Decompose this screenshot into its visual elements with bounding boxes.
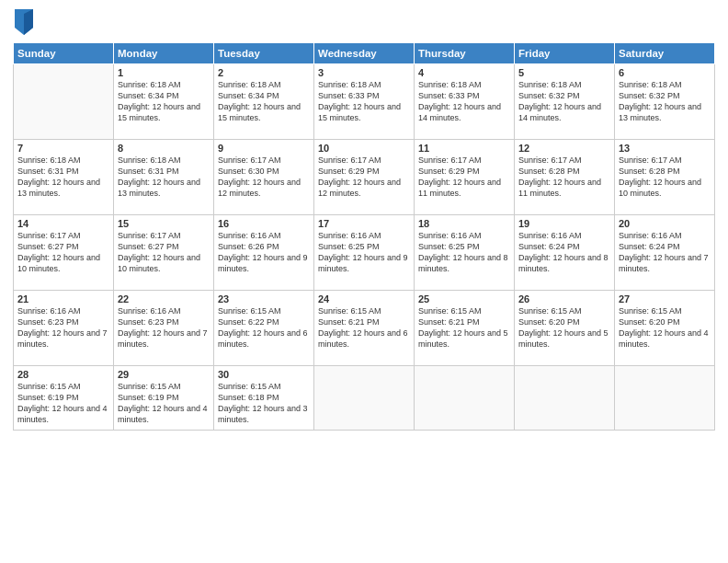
header-row: SundayMondayTuesdayWednesdayThursdayFrid… (14, 43, 715, 64)
day-info: Sunrise: 6:16 AMSunset: 6:25 PMDaylight:… (318, 230, 410, 275)
day-number: 5 (518, 67, 610, 78)
day-number: 26 (518, 293, 610, 304)
calendar-cell: 11Sunrise: 6:17 AMSunset: 6:29 PMDayligh… (415, 140, 515, 215)
header-day-wednesday: Wednesday (314, 43, 415, 64)
calendar-cell: 20Sunrise: 6:16 AMSunset: 6:24 PMDayligh… (615, 215, 715, 291)
calendar-cell (314, 366, 415, 431)
calendar-cell: 23Sunrise: 6:15 AMSunset: 6:22 PMDayligh… (214, 291, 314, 366)
day-number: 3 (318, 67, 410, 78)
day-info: Sunrise: 6:18 AMSunset: 6:33 PMDaylight:… (318, 79, 410, 124)
calendar-cell (14, 64, 114, 140)
day-number: 21 (17, 293, 109, 304)
week-row-2: 14Sunrise: 6:17 AMSunset: 6:27 PMDayligh… (14, 215, 715, 291)
day-info: Sunrise: 6:18 AMSunset: 6:32 PMDaylight:… (619, 79, 711, 124)
calendar-cell: 12Sunrise: 6:17 AMSunset: 6:28 PMDayligh… (515, 140, 615, 215)
calendar-cell: 30Sunrise: 6:15 AMSunset: 6:18 PMDayligh… (214, 366, 314, 431)
day-info: Sunrise: 6:16 AMSunset: 6:26 PMDaylight:… (218, 230, 310, 275)
day-info: Sunrise: 6:18 AMSunset: 6:31 PMDaylight:… (118, 155, 210, 200)
calendar-cell: 29Sunrise: 6:15 AMSunset: 6:19 PMDayligh… (114, 366, 214, 431)
day-number: 9 (218, 143, 310, 154)
day-number: 2 (218, 67, 310, 78)
header-day-sunday: Sunday (14, 43, 114, 64)
header-day-friday: Friday (515, 43, 615, 64)
day-info: Sunrise: 6:18 AMSunset: 6:31 PMDaylight:… (17, 155, 109, 200)
day-number: 8 (118, 143, 210, 154)
day-info: Sunrise: 6:17 AMSunset: 6:28 PMDaylight:… (619, 155, 711, 200)
calendar-cell: 9Sunrise: 6:17 AMSunset: 6:30 PMDaylight… (214, 140, 314, 215)
week-row-1: 7Sunrise: 6:18 AMSunset: 6:31 PMDaylight… (14, 140, 715, 215)
calendar-cell: 25Sunrise: 6:15 AMSunset: 6:21 PMDayligh… (415, 291, 515, 366)
day-info: Sunrise: 6:15 AMSunset: 6:19 PMDaylight:… (17, 381, 109, 426)
day-number: 29 (118, 369, 210, 380)
calendar-cell: 19Sunrise: 6:16 AMSunset: 6:24 PMDayligh… (515, 215, 615, 291)
day-number: 18 (418, 218, 510, 229)
calendar-cell: 27Sunrise: 6:15 AMSunset: 6:20 PMDayligh… (615, 291, 715, 366)
day-info: Sunrise: 6:15 AMSunset: 6:22 PMDaylight:… (218, 305, 310, 350)
header (13, 9, 715, 35)
week-row-3: 21Sunrise: 6:16 AMSunset: 6:23 PMDayligh… (14, 291, 715, 366)
day-info: Sunrise: 6:15 AMSunset: 6:21 PMDaylight:… (318, 305, 410, 350)
day-info: Sunrise: 6:16 AMSunset: 6:24 PMDaylight:… (619, 230, 711, 275)
day-number: 25 (418, 293, 510, 304)
calendar-cell: 18Sunrise: 6:16 AMSunset: 6:25 PMDayligh… (415, 215, 515, 291)
calendar-cell: 10Sunrise: 6:17 AMSunset: 6:29 PMDayligh… (314, 140, 415, 215)
day-number: 12 (518, 143, 610, 154)
calendar-cell: 13Sunrise: 6:17 AMSunset: 6:28 PMDayligh… (615, 140, 715, 215)
calendar-cell: 28Sunrise: 6:15 AMSunset: 6:19 PMDayligh… (14, 366, 114, 431)
day-number: 11 (418, 143, 510, 154)
day-info: Sunrise: 6:18 AMSunset: 6:33 PMDaylight:… (418, 79, 510, 124)
calendar-cell: 26Sunrise: 6:15 AMSunset: 6:20 PMDayligh… (515, 291, 615, 366)
calendar-cell: 8Sunrise: 6:18 AMSunset: 6:31 PMDaylight… (114, 140, 214, 215)
header-day-monday: Monday (114, 43, 214, 64)
day-info: Sunrise: 6:15 AMSunset: 6:20 PMDaylight:… (518, 305, 610, 350)
day-info: Sunrise: 6:17 AMSunset: 6:29 PMDaylight:… (418, 155, 510, 200)
logo-icon (15, 9, 33, 35)
day-number: 30 (218, 369, 310, 380)
calendar-cell: 5Sunrise: 6:18 AMSunset: 6:32 PMDaylight… (515, 64, 615, 140)
day-info: Sunrise: 6:18 AMSunset: 6:34 PMDaylight:… (218, 79, 310, 124)
day-info: Sunrise: 6:17 AMSunset: 6:30 PMDaylight:… (218, 155, 310, 200)
calendar-cell: 2Sunrise: 6:18 AMSunset: 6:34 PMDaylight… (214, 64, 314, 140)
day-number: 15 (118, 218, 210, 229)
day-info: Sunrise: 6:17 AMSunset: 6:29 PMDaylight:… (318, 155, 410, 200)
day-number: 24 (318, 293, 410, 304)
day-number: 4 (418, 67, 510, 78)
header-day-saturday: Saturday (615, 43, 715, 64)
week-row-4: 28Sunrise: 6:15 AMSunset: 6:19 PMDayligh… (14, 366, 715, 431)
day-number: 28 (17, 369, 109, 380)
day-info: Sunrise: 6:18 AMSunset: 6:34 PMDaylight:… (118, 79, 210, 124)
day-number: 7 (17, 143, 109, 154)
day-info: Sunrise: 6:16 AMSunset: 6:25 PMDaylight:… (418, 230, 510, 275)
day-number: 14 (17, 218, 109, 229)
calendar-cell (615, 366, 715, 431)
calendar-cell: 22Sunrise: 6:16 AMSunset: 6:23 PMDayligh… (114, 291, 214, 366)
day-info: Sunrise: 6:17 AMSunset: 6:27 PMDaylight:… (118, 230, 210, 275)
calendar-cell: 14Sunrise: 6:17 AMSunset: 6:27 PMDayligh… (14, 215, 114, 291)
day-number: 16 (218, 218, 310, 229)
day-number: 6 (619, 67, 711, 78)
day-info: Sunrise: 6:15 AMSunset: 6:19 PMDaylight:… (118, 381, 210, 426)
day-number: 10 (318, 143, 410, 154)
day-number: 1 (118, 67, 210, 78)
day-number: 13 (619, 143, 711, 154)
day-number: 27 (619, 293, 711, 304)
day-info: Sunrise: 6:15 AMSunset: 6:18 PMDaylight:… (218, 381, 310, 426)
day-info: Sunrise: 6:17 AMSunset: 6:27 PMDaylight:… (17, 230, 109, 275)
calendar-cell (415, 366, 515, 431)
calendar-cell: 15Sunrise: 6:17 AMSunset: 6:27 PMDayligh… (114, 215, 214, 291)
header-day-thursday: Thursday (415, 43, 515, 64)
calendar-cell: 17Sunrise: 6:16 AMSunset: 6:25 PMDayligh… (314, 215, 415, 291)
calendar-cell: 1Sunrise: 6:18 AMSunset: 6:34 PMDaylight… (114, 64, 214, 140)
calendar-cell: 24Sunrise: 6:15 AMSunset: 6:21 PMDayligh… (314, 291, 415, 366)
day-info: Sunrise: 6:15 AMSunset: 6:21 PMDaylight:… (418, 305, 510, 350)
header-day-tuesday: Tuesday (214, 43, 314, 64)
week-row-0: 1Sunrise: 6:18 AMSunset: 6:34 PMDaylight… (14, 64, 715, 140)
logo (13, 9, 35, 35)
day-number: 23 (218, 293, 310, 304)
day-number: 22 (118, 293, 210, 304)
day-info: Sunrise: 6:16 AMSunset: 6:24 PMDaylight:… (518, 230, 610, 275)
calendar-cell: 4Sunrise: 6:18 AMSunset: 6:33 PMDaylight… (415, 64, 515, 140)
day-info: Sunrise: 6:16 AMSunset: 6:23 PMDaylight:… (17, 305, 109, 350)
day-info: Sunrise: 6:15 AMSunset: 6:20 PMDaylight:… (619, 305, 711, 350)
day-number: 20 (619, 218, 711, 229)
